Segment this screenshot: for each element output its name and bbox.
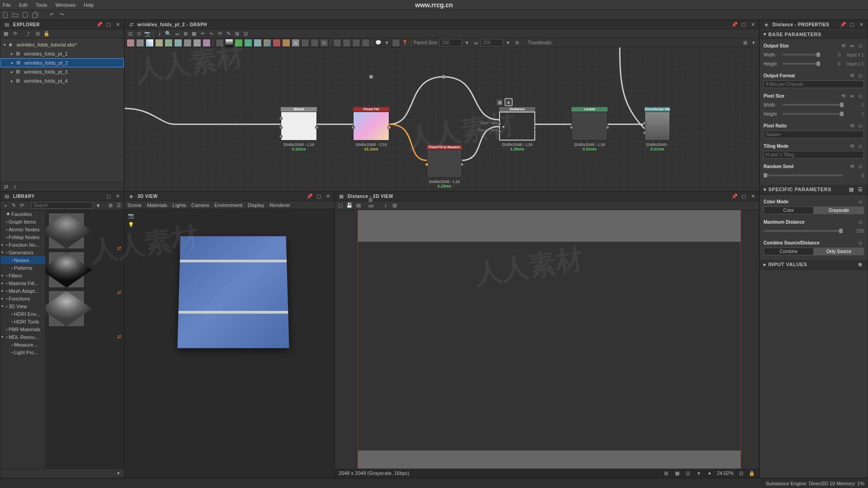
save-icon[interactable]: 💾 [346,202,353,209]
search-input[interactable] [31,202,93,209]
tag-icon[interactable]: ⇄ [117,334,121,340]
tag-icon[interactable]: ⇄ [117,245,121,251]
menu-file[interactable]: File [3,2,11,8]
noise-thumb[interactable] [48,213,85,249]
library-tree-item[interactable]: ▫Atomic Nodes [0,225,45,233]
info-icon[interactable]: i [382,202,389,209]
swatch-icon[interactable] [155,39,163,47]
swatch-icon[interactable] [362,39,370,47]
library-tree-item[interactable]: ▾▫Generators [0,249,45,256]
pin-icon[interactable]: 📌 [731,193,738,200]
reset-icon[interactable]: ⟲ [840,42,847,49]
reset-icon[interactable]: ⟲ [848,142,855,150]
info-icon[interactable]: i [11,183,19,191]
swatch-icon[interactable] [136,39,144,47]
swatch-icon[interactable] [184,39,192,47]
library-tree-item[interactable]: ▾▫MDL Resou... [0,333,45,341]
expose-icon[interactable]: ◇ [857,142,864,150]
pin-icon[interactable]: 📌 [96,21,103,28]
frame-all-icon[interactable]: ⊡ [127,30,134,38]
maximize-icon[interactable]: ▢ [315,193,322,200]
library-tree-item[interactable]: ★Favorites [0,210,45,218]
link-icon[interactable]: ⫘ [173,30,180,38]
library-tree-item[interactable]: ▸▫Function No... [0,241,45,249]
menu-scene[interactable]: Scene [127,202,142,208]
grid-icon[interactable]: ⊞ [233,30,241,38]
library-tree-item[interactable]: ▸▫Filters [0,272,45,279]
scroll-icon[interactable]: ▾ [115,470,122,477]
align-icon[interactable]: ⊞ [182,30,189,38]
swatch-icon[interactable] [174,39,182,47]
reset-icon[interactable]: ⟲ [848,163,855,170]
swatch-icon[interactable] [273,39,281,47]
node-dirwarp[interactable]: Directional Wa 2048x2048 - 0.21ms [645,107,670,151]
close-icon[interactable]: ✕ [858,21,865,28]
swatch-icon[interactable] [216,39,224,47]
link-icon[interactable]: ⫘ [848,42,855,49]
tiling-dd[interactable]: H and V Tiling [764,151,864,159]
frame-sel-icon[interactable]: ⊙ [135,30,142,38]
lock-icon[interactable]: 🔒 [43,30,50,38]
maximize-icon[interactable]: ▢ [105,21,112,28]
color-mode-toggle[interactable]: Color Grayscale [764,206,864,214]
dropdown-icon[interactable]: ▾ [695,469,703,477]
refresh-icon[interactable]: ⟳ [11,30,19,38]
expose-icon[interactable]: ◇ [857,198,864,205]
swatch-icon[interactable] [263,39,271,47]
lock-icon[interactable]: 🔒 [748,469,755,477]
menu-tools[interactable]: Tools [36,2,47,8]
node-ffrandom[interactable]: Flood Fill to Random Gr... 2048x2048 - L… [427,145,462,188]
reset-icon[interactable]: ⊘ [513,39,520,47]
dropdown-icon[interactable]: ▾ [383,39,391,47]
seed-slider[interactable] [764,174,843,176]
library-tree-item[interactable]: ▫Light Pro... [0,348,45,356]
width-slider[interactable] [783,54,820,56]
library-tree-item[interactable]: ▸▫Mesh Adapt... [0,287,45,295]
px-height-slider[interactable] [783,113,843,115]
comment-icon[interactable]: 💬 [375,39,382,47]
dot-icon[interactable]: ● [706,469,713,477]
px-width-value[interactable]: 1 [845,103,864,108]
channel-icon[interactable]: ▦ [674,469,681,477]
snapshot-icon[interactable]: 📷 [144,30,151,38]
library-tree-item[interactable]: ▫HDRI Env... [0,310,45,318]
combine-toggle[interactable]: Combine Only Source [764,248,864,255]
swatch-icon[interactable]: A [292,39,300,47]
swatch-icon[interactable] [165,39,173,47]
pin-icon[interactable]: 📌 [731,21,738,28]
tile-icon[interactable]: ⊡ [684,469,692,477]
section-base[interactable]: ▾BASE PARAMETERS [760,29,868,39]
height-value[interactable]: 0 [821,61,840,66]
width-value[interactable]: 0 [821,52,840,57]
reset-icon[interactable]: ⟲ [848,122,855,129]
library-thumbs[interactable]: ⇄ ⇄ ⇄ [46,210,124,469]
new-package-icon[interactable]: ▦ [2,30,9,38]
graph-canvas[interactable]: Blend 2048x2048 - L16 0.32ms Flood Fill … [125,47,759,191]
expose-icon[interactable]: ◇ [857,72,864,79]
swatch-icon[interactable] [244,39,252,47]
filter-icon[interactable]: ▼ [95,202,101,209]
swatch-icon[interactable] [254,39,262,47]
noise-thumb[interactable] [48,291,85,327]
menu-env[interactable]: Environment [214,202,242,208]
camera-icon[interactable]: 📷 [127,212,135,219]
swatch-icon[interactable] [352,39,360,47]
tree-item[interactable]: ▸⊞ wrinkles_folds_pt_3 [0,67,124,76]
histogram-icon[interactable]: ▥ [391,202,398,209]
library-tree-item[interactable]: ▫FxMap Nodes [0,233,45,241]
swatch-icon[interactable] [225,39,233,47]
link-icon[interactable]: ⫘ [472,39,479,47]
swatch-icon[interactable] [333,39,341,47]
menu-display[interactable]: Display [248,202,264,208]
search-icon[interactable]: 🔍 [165,30,172,38]
menu-lights[interactable]: Lights [173,202,186,208]
node-floodfill[interactable]: Flood Fill 2048x2048 - C16 21.1ms [353,107,389,151]
library-tree-item[interactable]: ▫PBR Materials [0,325,45,333]
swatch-icon[interactable]: 01 [320,39,328,47]
pin-node-icon[interactable]: 📍 [401,39,409,47]
new-file-icon[interactable] [2,11,9,19]
close-icon[interactable]: ✕ [749,193,756,200]
swatch-icon[interactable] [311,39,319,47]
swatch-icon[interactable] [392,39,400,47]
open-icon[interactable]: ▢ [337,202,344,209]
